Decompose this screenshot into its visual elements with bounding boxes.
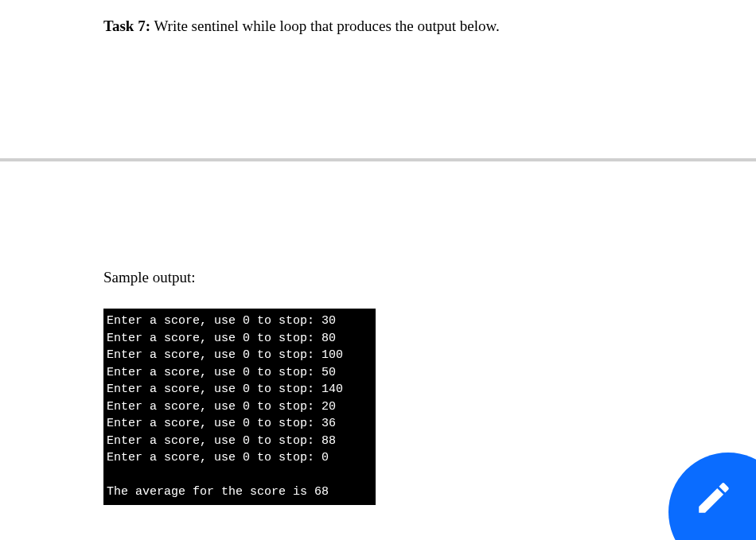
task-heading: Task 7: Write sentinel while loop that p… [103, 16, 653, 37]
task-label: Task 7: [103, 17, 150, 34]
terminal-line: Enter a score, use 0 to stop: 140 [107, 381, 372, 398]
terminal-line: Enter a score, use 0 to stop: 50 [107, 364, 372, 382]
sample-output-section: Sample output: Enter a score, use 0 to s… [103, 269, 376, 505]
page-divider [0, 158, 756, 161]
task-prompt-section: Task 7: Write sentinel while loop that p… [0, 0, 756, 37]
terminal-line: Enter a score, use 0 to stop: 100 [107, 347, 372, 364]
terminal-line: Enter a score, use 0 to stop: 20 [107, 398, 372, 416]
pen-icon [694, 478, 734, 518]
sample-output-label: Sample output: [103, 269, 376, 286]
terminal-line: Enter a score, use 0 to stop: 30 [107, 313, 372, 330]
terminal-line [107, 467, 372, 484]
terminal-line: Enter a score, use 0 to stop: 0 [107, 449, 372, 467]
task-description: Write sentinel while loop that produces … [150, 17, 500, 34]
terminal-line: Enter a score, use 0 to stop: 88 [107, 433, 372, 450]
terminal-line: The average for the score is 68 [107, 484, 372, 501]
edit-fab-button[interactable] [668, 453, 756, 540]
terminal-output: Enter a score, use 0 to stop: 30Enter a … [103, 309, 376, 505]
terminal-line: Enter a score, use 0 to stop: 80 [107, 330, 372, 348]
terminal-line: Enter a score, use 0 to stop: 36 [107, 415, 372, 433]
